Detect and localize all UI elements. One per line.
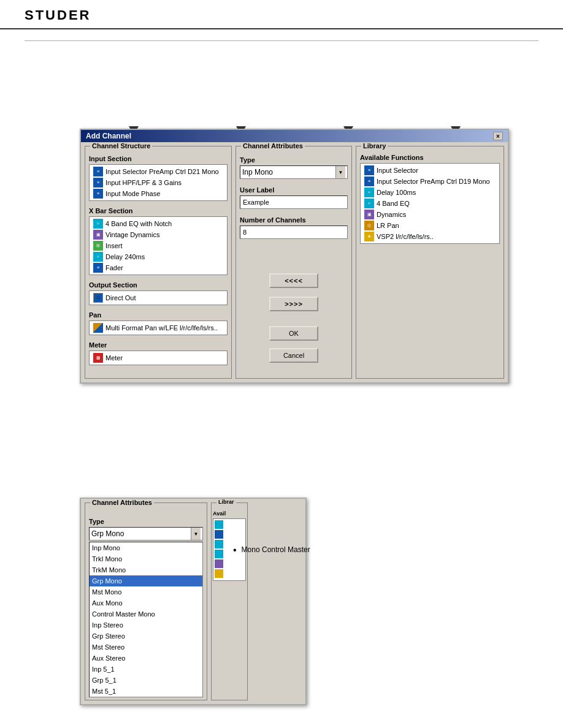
lib-item-6[interactable]: ◎ LR Pan xyxy=(363,220,497,231)
dialog-close-button[interactable]: × xyxy=(493,132,503,140)
xbar-icon-3: ⊞ xyxy=(93,241,103,251)
type-combo[interactable]: Inp Mono xyxy=(240,165,348,179)
user-label-input[interactable] xyxy=(240,195,348,209)
output-item-1[interactable]: □ Direct Out xyxy=(92,292,224,303)
lib-item-3[interactable]: ≈ Delay 100ms xyxy=(363,187,497,198)
input-section-box: ≡ Input Selector PreAmp Ctrl D21 Mono ≡ … xyxy=(89,164,228,201)
dropdown-item-4[interactable]: Grp Mono xyxy=(90,575,202,586)
type-label: Type xyxy=(240,156,348,164)
lib-icon-3: ≈ xyxy=(364,188,374,197)
user-label-label: User Label xyxy=(240,186,348,194)
lib-icon-2: ≡ xyxy=(364,176,374,186)
lib-icon-4: ≈ xyxy=(364,199,374,208)
dialog-body: Channel Structure Input Section ≡ Input … xyxy=(81,142,508,382)
dropdown-item-6[interactable]: Aux Mono xyxy=(90,597,202,609)
dropdown-dialog-body: Channel Attributes Type Grp Mono Inp Mon… xyxy=(81,499,305,704)
input-item-3-text: Input Mode Phase xyxy=(105,189,160,199)
add-channel-dialog-container: Add Channel × Channel Structure Input Se… xyxy=(80,129,509,384)
input-item-2[interactable]: ≡ Input HPF/LPF & 3 Gains xyxy=(92,177,224,188)
lib-item-5-text: Dynamics xyxy=(377,210,406,219)
dropdown-dialog-container: Channel Attributes Type Grp Mono Inp Mon… xyxy=(80,498,307,705)
lib-icon-1: ≡ xyxy=(364,165,374,175)
num-channels-label: Number of Channels xyxy=(240,216,348,224)
add-channel-dialog: Add Channel × Channel Structure Input Se… xyxy=(80,129,509,384)
lib-item-7[interactable]: ★ VSP2 l/r/c/lfe/ls/rs.. xyxy=(363,231,497,242)
xbar-item-2[interactable]: ▣ Vintage Dynamics xyxy=(92,229,224,240)
input-item-1[interactable]: ≡ Input Selector PreAmp Ctrl D21 Mono xyxy=(92,166,224,177)
channel-structure-legend: Channel Structure xyxy=(90,142,152,150)
channel-attributes-panel: Channel Attributes Type Inp Mono User La… xyxy=(236,146,352,379)
xbar-item-1[interactable]: ≈ 4 Band EQ with Notch xyxy=(92,218,224,229)
xbar-item-5-text: Fader xyxy=(105,263,123,273)
dropdown-type-value: Grp Mono xyxy=(91,529,124,538)
dropdown-item-14[interactable]: Mst 5_1 xyxy=(90,686,202,697)
dropdown-item-10[interactable]: Mst Stereo xyxy=(90,642,202,653)
library-legend: Library xyxy=(361,142,388,150)
xbar-item-4[interactable]: ≈ Delay 240ms xyxy=(92,251,224,262)
xbar-item-5[interactable]: ≡ Fader xyxy=(92,262,224,273)
cancel-button[interactable]: Cancel xyxy=(269,348,318,363)
lib-color-item-2 xyxy=(215,530,244,539)
meter-item-1-text: Meter xyxy=(105,353,123,363)
channel-attributes-legend: Channel Attributes xyxy=(241,142,305,150)
dialog-title: Add Channel xyxy=(86,132,131,140)
dialog-titlebar: Add Channel × xyxy=(81,130,508,142)
lib-item-7-text: VSP2 l/r/c/lfe/ls/rs.. xyxy=(377,232,434,241)
studer-logo: STUDER xyxy=(25,7,538,23)
num-channels-input[interactable] xyxy=(240,226,348,239)
ok-button[interactable]: OK xyxy=(269,326,318,341)
type-combo-arrow[interactable] xyxy=(335,166,345,178)
pan-icon-1 xyxy=(93,323,103,333)
output-section-box: □ Direct Out xyxy=(89,290,228,305)
lib-item-4-text: 4 Band EQ xyxy=(377,199,410,208)
transfer-right-button[interactable]: >>>> xyxy=(269,297,318,311)
dropdown-item-7[interactable]: Control Master Mono xyxy=(90,609,202,620)
meter-item-1[interactable]: ▦ Meter xyxy=(92,352,224,363)
transfer-buttons: <<<< >>>> OK Cancel xyxy=(240,246,348,363)
dropdown-item-5[interactable]: Mst Mono xyxy=(90,586,202,597)
dropdown-type-label: Type xyxy=(89,518,203,525)
transfer-left-button[interactable]: <<<< xyxy=(269,273,318,288)
xbar-item-3[interactable]: ⊞ Insert xyxy=(92,240,224,251)
dropdown-item-8[interactable]: Inp Stereo xyxy=(90,620,202,631)
lib-item-2[interactable]: ≡ Input Selector PreAmp Ctrl D19 Mono xyxy=(363,176,497,187)
input-item-3[interactable]: ≡ Input Mode Phase xyxy=(92,188,224,199)
lib-color-swatch-4 xyxy=(215,550,223,558)
lib-item-3-text: Delay 100ms xyxy=(377,188,416,197)
dropdown-item-13[interactable]: Grp 5_1 xyxy=(90,675,202,686)
bullet-note: • Mono Control Master xyxy=(233,545,310,555)
dropdown-type-arrow[interactable] xyxy=(191,528,201,540)
lib-color-item-1 xyxy=(215,520,244,529)
xbar-item-4-text: Delay 240ms xyxy=(105,252,145,262)
pan-item-1[interactable]: Multi Format Pan w/LFE l/r/c/lfe/ls/rs.. xyxy=(92,322,224,333)
meter-label: Meter xyxy=(89,341,228,349)
output-section-label: Output Section xyxy=(89,281,228,289)
xbar-item-3-text: Insert xyxy=(105,241,123,251)
xbar-icon-2: ▣ xyxy=(93,230,103,240)
xbar-item-2-text: Vintage Dynamics xyxy=(105,230,159,240)
dropdown-item-3[interactable]: TrkM Mono xyxy=(90,564,202,575)
meter-box: ▦ Meter xyxy=(89,351,228,365)
dropdown-item-12[interactable]: Inp 5_1 xyxy=(90,664,202,675)
xbar-section-box: ≈ 4 Band EQ with Notch ▣ Vintage Dynamic… xyxy=(89,216,228,275)
lib-item-5[interactable]: ▣ Dynamics xyxy=(363,209,497,220)
input-item-2-text: Input HPF/LPF & 3 Gains xyxy=(105,178,182,188)
type-dropdown-list: Inp Mono TrkI Mono TrkM Mono Grp Mono Ms… xyxy=(89,542,203,697)
dropdown-type-combo[interactable]: Grp Mono xyxy=(89,527,203,540)
input-icon-1: ≡ xyxy=(93,167,103,176)
xbar-icon-1: ≈ xyxy=(93,219,103,229)
dropdown-item-2[interactable]: TrkI Mono xyxy=(90,553,202,564)
lib-color-item-6 xyxy=(215,569,244,578)
lib-item-4[interactable]: ≈ 4 Band EQ xyxy=(363,198,497,209)
lib-item-1[interactable]: ≡ Input Selector xyxy=(363,165,497,176)
dropdown-library-panel: Librar Avail xyxy=(211,502,248,700)
pan-box: Multi Format Pan w/LFE l/r/c/lfe/ls/rs.. xyxy=(89,320,228,335)
pan-item-1-text: Multi Format Pan w/LFE l/r/c/lfe/ls/rs.. xyxy=(105,323,218,333)
dropdown-item-11[interactable]: Aux Stereo xyxy=(90,653,202,664)
lib-color-swatch-5 xyxy=(215,559,223,568)
dropdown-item-1[interactable]: Inp Mono xyxy=(90,542,202,553)
sub-divider xyxy=(25,40,538,41)
lib-color-swatch-6 xyxy=(215,569,223,578)
dropdown-item-9[interactable]: Grp Stereo xyxy=(90,631,202,642)
dropdown-avail-label: Avail xyxy=(213,510,246,517)
